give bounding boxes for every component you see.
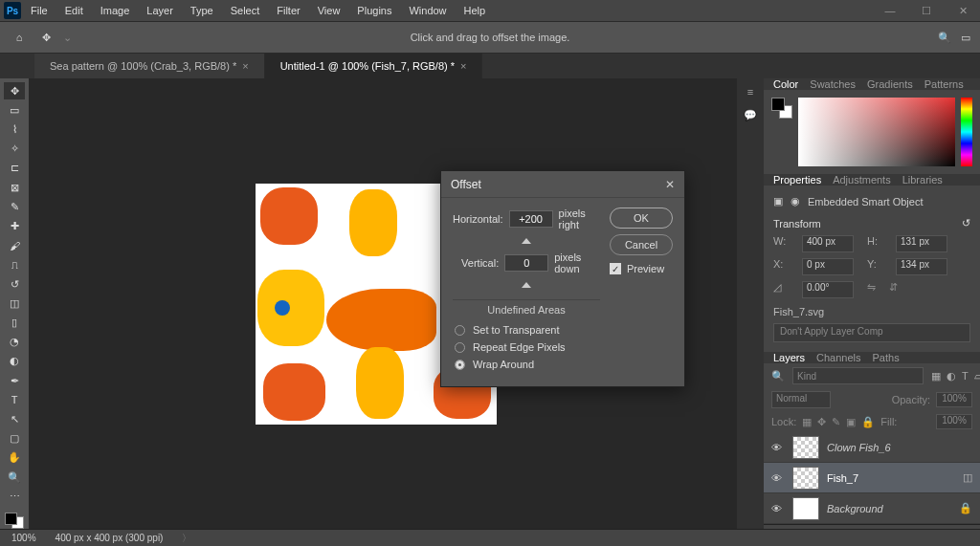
visibility-icon[interactable]: 👁 xyxy=(771,442,785,453)
layer-comp-select[interactable]: Don't Apply Layer Comp xyxy=(773,323,970,342)
dialog-titlebar[interactable]: Offset ✕ xyxy=(441,171,684,198)
tab-layers[interactable]: Layers xyxy=(773,352,805,363)
lasso-tool[interactable]: ⌇ xyxy=(4,120,25,138)
eraser-tool[interactable]: ◫ xyxy=(4,295,25,312)
lock-all-icon[interactable]: ▦ xyxy=(802,416,812,428)
color-picker[interactable] xyxy=(798,98,955,166)
tab-color[interactable]: Color xyxy=(773,78,798,90)
ok-button[interactable]: OK xyxy=(610,207,673,229)
tab-gradients[interactable]: Gradients xyxy=(867,78,913,90)
reset-icon[interactable]: ↺ xyxy=(962,217,970,229)
search-icon[interactable]: 🔍 xyxy=(938,32,951,44)
filter-type-icon[interactable]: T xyxy=(962,370,969,382)
radio-repeat-edge[interactable]: Repeat Edge Pixels xyxy=(453,339,600,356)
close-icon[interactable]: ✕ xyxy=(949,5,976,17)
workspace-icon[interactable]: ▭ xyxy=(961,32,970,44)
color-fg-bg[interactable] xyxy=(771,98,792,119)
flip-v-icon[interactable]: ⇵ xyxy=(889,281,898,298)
eyedropper-tool[interactable]: ✎ xyxy=(4,198,25,215)
flip-h-icon[interactable]: ⇋ xyxy=(867,281,876,298)
dodge-tool[interactable]: ◐ xyxy=(4,353,25,370)
crop-tool[interactable]: ⊏ xyxy=(4,160,25,177)
tab-swatches[interactable]: Swatches xyxy=(810,78,856,90)
w-value[interactable]: 400 px xyxy=(802,235,854,252)
shape-tool[interactable]: ▢ xyxy=(4,430,25,448)
heal-tool[interactable]: ✚ xyxy=(4,217,25,234)
tab-paths[interactable]: Paths xyxy=(873,352,900,363)
move-tool-icon[interactable]: ✥ xyxy=(36,28,56,47)
canvas-area[interactable]: Offset ✕ Horizontal: pixels right Vertic… xyxy=(29,78,737,529)
menu-plugins[interactable]: Plugins xyxy=(349,3,399,18)
dialog-close-icon[interactable]: ✕ xyxy=(665,178,675,191)
radio-transparent[interactable]: Set to Transparent xyxy=(453,321,600,339)
menu-help[interactable]: Help xyxy=(457,3,494,18)
blend-mode-select[interactable]: Normal xyxy=(771,391,831,408)
layer-name[interactable]: Background xyxy=(827,503,883,514)
menu-filter[interactable]: Filter xyxy=(269,3,307,18)
frame-tool[interactable]: ⊠ xyxy=(4,179,25,196)
menu-file[interactable]: File xyxy=(23,3,56,18)
stamp-tool[interactable]: ⎍ xyxy=(4,256,25,273)
dock-icon[interactable]: ≡ xyxy=(747,86,753,98)
minimize-icon[interactable]: — xyxy=(877,5,903,16)
visibility-icon[interactable]: 👁 xyxy=(771,503,785,514)
visibility-icon[interactable]: 👁 xyxy=(771,472,785,484)
blur-tool[interactable]: ◔ xyxy=(4,334,25,351)
zoom-tool[interactable]: 🔍 xyxy=(4,469,25,486)
fg-bg-swatch[interactable] xyxy=(5,513,24,529)
tab-close-icon[interactable]: × xyxy=(242,60,248,72)
lock-pos-icon[interactable]: ✥ xyxy=(817,416,826,428)
tab-libraries[interactable]: Libraries xyxy=(902,174,943,186)
menu-view[interactable]: View xyxy=(310,3,348,18)
fill-value[interactable]: 100% xyxy=(936,414,972,429)
filter-pixel-icon[interactable]: ▦ xyxy=(931,370,941,382)
layer-row[interactable]: 👁 Fish_7 ◫ xyxy=(764,463,980,493)
menu-image[interactable]: Image xyxy=(93,3,138,18)
marquee-tool[interactable]: ▭ xyxy=(4,101,25,119)
horizontal-slider[interactable] xyxy=(460,238,592,244)
tab-properties[interactable]: Properties xyxy=(773,174,821,186)
hand-tool[interactable]: ✋ xyxy=(4,449,25,467)
tab-adjustments[interactable]: Adjustments xyxy=(833,174,891,186)
move-tool[interactable]: ✥ xyxy=(4,82,25,99)
history-brush-tool[interactable]: ↺ xyxy=(4,275,25,293)
layer-name[interactable]: Clown Fish_6 xyxy=(827,442,891,453)
cancel-button[interactable]: Cancel xyxy=(610,234,673,255)
tab-sea-pattern[interactable]: Sea pattern @ 100% (Crab_3, RGB/8) * × xyxy=(34,54,265,78)
tab-channels[interactable]: Channels xyxy=(816,352,860,363)
angle-value[interactable]: 0.00° xyxy=(802,281,854,298)
lock-nested-icon[interactable]: ▣ xyxy=(846,416,856,428)
kind-filter[interactable] xyxy=(792,367,924,384)
h-value[interactable]: 131 px xyxy=(896,235,947,252)
filter-adj-icon[interactable]: ◐ xyxy=(947,370,956,382)
gradient-tool[interactable]: ▯ xyxy=(4,314,25,331)
pen-tool[interactable]: ✒ xyxy=(4,372,25,389)
layer-row[interactable]: 👁 Background 🔒 xyxy=(764,493,980,524)
layer-row[interactable]: 👁 Clown Fish_6 xyxy=(764,432,980,463)
edit-toolbar[interactable]: ⋯ xyxy=(4,488,25,505)
horizontal-input[interactable] xyxy=(509,210,553,228)
wand-tool[interactable]: ✧ xyxy=(4,141,25,158)
layer-name[interactable]: Fish_7 xyxy=(827,472,858,484)
doc-info[interactable]: 400 px x 400 px (300 ppi) xyxy=(56,533,164,543)
opacity-value[interactable]: 100% xyxy=(936,392,972,407)
lock-pixel-icon[interactable]: ✎ xyxy=(832,416,840,428)
radio-wrap-around[interactable]: Wrap Around xyxy=(453,356,600,373)
maximize-icon[interactable]: ☐ xyxy=(913,5,940,17)
type-tool[interactable]: T xyxy=(4,391,25,408)
menu-window[interactable]: Window xyxy=(401,3,454,18)
menu-select[interactable]: Select xyxy=(223,3,268,18)
tab-close-icon[interactable]: × xyxy=(460,60,466,72)
x-value[interactable]: 0 px xyxy=(802,258,854,275)
preview-checkbox[interactable]: ✓ Preview xyxy=(610,263,673,274)
home-icon[interactable]: ⌂ xyxy=(10,28,29,47)
path-select-tool[interactable]: ↖ xyxy=(4,410,25,427)
zoom-level[interactable]: 100% xyxy=(11,533,36,543)
dock-icon[interactable]: 💬 xyxy=(744,109,757,121)
tab-untitled-1[interactable]: Untitled-1 @ 100% (Fish_7, RGB/8) * × xyxy=(265,54,483,78)
tab-patterns[interactable]: Patterns xyxy=(924,78,964,90)
y-value[interactable]: 134 px xyxy=(896,258,947,275)
menu-type[interactable]: Type xyxy=(183,3,221,18)
menu-layer[interactable]: Layer xyxy=(139,3,181,18)
filter-shape-icon[interactable]: ▱ xyxy=(974,370,980,382)
